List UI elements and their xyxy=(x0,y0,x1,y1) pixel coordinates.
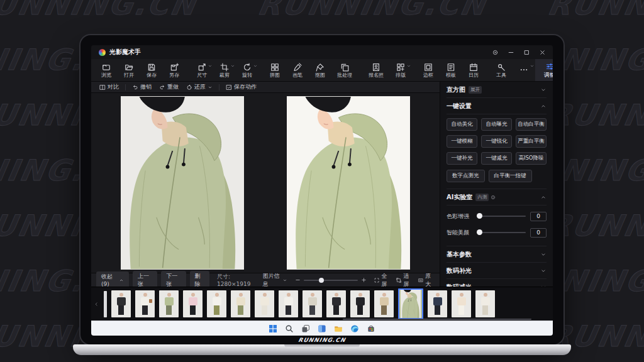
chevron-down-icon[interactable] xyxy=(253,63,258,69)
slider-track[interactable] xyxy=(477,216,526,217)
toolbar-item-collage[interactable]: 拼图 xyxy=(264,59,286,81)
chevron-up-icon[interactable] xyxy=(540,194,547,200)
toolbar-item-layout[interactable]: 排版 xyxy=(389,59,412,81)
thumbnail[interactable] xyxy=(303,290,322,317)
thumb-collapse-bar[interactable] xyxy=(104,291,107,317)
toolbar-item-batch[interactable]: 批处理 xyxy=(331,59,358,81)
section-histogram[interactable]: 直方图展开 xyxy=(447,82,547,98)
thumbnail[interactable] xyxy=(255,290,274,317)
chevron-down-icon[interactable] xyxy=(540,268,547,274)
tab-adjust[interactable]: 调整 xyxy=(535,59,553,81)
thumbnail[interactable] xyxy=(207,290,226,317)
one-click-button[interactable]: 自动曝光 xyxy=(481,118,512,131)
zoom-out-button[interactable] xyxy=(295,277,301,283)
toolbar-item-tools[interactable]: 工具 xyxy=(490,59,513,81)
canvas-tool-compare[interactable]: 对比 xyxy=(96,83,122,92)
toolbar-item-browse[interactable]: 浏览 xyxy=(95,59,118,81)
view-fullscreen-button[interactable]: 全屏 xyxy=(374,272,391,288)
close-button[interactable] xyxy=(536,47,548,57)
chevron-down-icon[interactable] xyxy=(208,63,213,69)
toolbar-item-cutout[interactable]: 抠图 xyxy=(309,59,331,81)
thumbnail[interactable] xyxy=(374,290,394,317)
one-click-button[interactable]: 白平衡一指键 xyxy=(489,170,532,182)
chevron-down-icon[interactable] xyxy=(406,63,411,69)
chevron-down-icon[interactable] xyxy=(230,63,235,69)
thumbnail[interactable] xyxy=(350,290,370,317)
canvas-tool-save-action[interactable]: 保存动作 xyxy=(223,83,260,92)
taskbar-store-icon[interactable] xyxy=(367,324,376,333)
toolbar-item-more[interactable] xyxy=(513,59,535,81)
one-click-button[interactable]: 数字点测光 xyxy=(447,170,485,182)
one-click-button[interactable]: 自动白平衡 xyxy=(516,118,547,131)
canvas-tool-undo[interactable]: 撤销 xyxy=(129,83,155,92)
chevron-down-icon[interactable] xyxy=(540,87,547,93)
settings-button[interactable] xyxy=(489,47,501,57)
taskbar-search-icon[interactable] xyxy=(285,324,294,333)
one-click-button[interactable]: 一键锐化 xyxy=(481,135,512,148)
image-info-button[interactable]: 图片信息 xyxy=(263,272,288,288)
toolbar-item-crop[interactable]: 裁剪 xyxy=(213,59,236,81)
one-click-button[interactable]: 严重白平衡 xyxy=(516,135,547,148)
thumb-scroll-left-button[interactable] xyxy=(93,301,99,307)
thumb-scrollbar[interactable] xyxy=(343,319,531,320)
zoom-slider[interactable] xyxy=(304,280,358,281)
taskbar-file-explorer-icon[interactable] xyxy=(334,324,343,333)
slider-value[interactable]: 0 xyxy=(530,228,547,238)
canvas-tool-label: 重做 xyxy=(167,83,179,91)
slider-value[interactable]: 0 xyxy=(530,212,547,221)
thumbnail-selected[interactable] xyxy=(398,288,423,319)
toolbar-item-resize[interactable]: 尺寸 xyxy=(191,59,213,81)
taskbar-edge-icon[interactable] xyxy=(350,324,360,333)
view-original-size-button[interactable]: 原大 xyxy=(418,272,435,288)
toolbar-item-save[interactable]: 保存 xyxy=(140,59,163,81)
toolbar-item-calendar[interactable]: 日历 xyxy=(462,59,485,81)
thumbnail[interactable] xyxy=(135,290,155,317)
taskbar-start-icon[interactable] xyxy=(269,324,278,333)
thumbnail[interactable] xyxy=(231,290,250,317)
toolbar-item-open[interactable]: 打开 xyxy=(118,59,140,81)
status-button[interactable]: 收起(9) xyxy=(96,272,129,288)
chevron-down-icon[interactable] xyxy=(530,63,535,69)
thumbnail[interactable] xyxy=(111,290,131,317)
slider-knob[interactable] xyxy=(477,213,482,219)
section-collapsed[interactable]: 基本参数 xyxy=(447,246,547,263)
thumbnail[interactable] xyxy=(326,290,346,317)
minimize-button[interactable] xyxy=(505,47,516,57)
one-click-button[interactable]: 一键补光 xyxy=(447,152,477,165)
section-collapsed[interactable]: 数码补光 xyxy=(447,263,547,279)
thumbnail[interactable] xyxy=(452,290,471,317)
thumbnail[interactable] xyxy=(475,290,495,317)
taskbar-widgets-icon[interactable] xyxy=(318,324,327,333)
zoom-in-button[interactable] xyxy=(361,277,367,283)
slider-knob[interactable] xyxy=(477,229,482,235)
thumbnail[interactable] xyxy=(183,290,203,317)
laptop-base xyxy=(73,344,571,355)
one-click-button[interactable]: 自动美化 xyxy=(447,118,477,131)
section-collapsed[interactable]: 数码减光 xyxy=(447,279,547,287)
slider-track[interactable] xyxy=(477,232,526,233)
toolbar-item-brush[interactable]: 画笔 xyxy=(286,59,309,81)
canvas-tool-redo[interactable]: 重做 xyxy=(156,83,182,92)
zoom-slider-knob[interactable] xyxy=(319,278,324,283)
thumbnail[interactable] xyxy=(159,290,179,317)
image-size-label: 尺寸: 1280×1919 xyxy=(217,273,259,287)
one-click-button[interactable]: 高ISO降噪 xyxy=(516,152,547,165)
section-one-click[interactable]: 一键设置 xyxy=(447,98,547,114)
chevron-up-icon[interactable] xyxy=(540,103,547,109)
chevron-down-icon[interactable] xyxy=(208,85,213,90)
taskbar-task-view-icon[interactable] xyxy=(301,324,311,333)
one-click-button[interactable]: 一键减光 xyxy=(481,152,512,165)
toolbar-item-id-photo[interactable]: 报名照 xyxy=(363,59,389,81)
thumbnail[interactable] xyxy=(428,290,447,317)
section-ai-lab[interactable]: AI实验室内测 xyxy=(447,189,547,206)
chevron-down-icon[interactable] xyxy=(540,251,547,258)
toolbar-item-frame[interactable]: 边框 xyxy=(417,59,440,81)
maximize-button[interactable] xyxy=(521,47,532,57)
canvas-tool-reset[interactable]: 还原 xyxy=(183,83,216,92)
toolbar-item-rotate[interactable]: 旋转 xyxy=(236,59,258,81)
view-fit-screen-button[interactable]: 适屏 xyxy=(396,272,413,288)
toolbar-item-template[interactable]: 模板 xyxy=(440,59,462,81)
one-click-button[interactable]: 一键模糊 xyxy=(447,135,477,148)
thumbnail[interactable] xyxy=(279,290,298,317)
toolbar-item-save-as[interactable]: 另存 xyxy=(163,59,186,81)
